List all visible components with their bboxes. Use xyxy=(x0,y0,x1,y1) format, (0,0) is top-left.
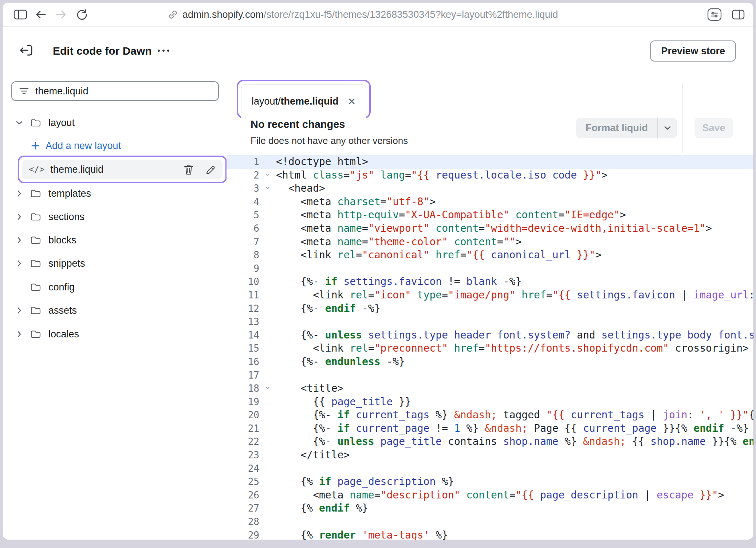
chevron-right-icon[interactable] xyxy=(16,191,30,196)
code-line[interactable]: 6 <meta name="viewport" content="width=d… xyxy=(227,222,753,235)
save-button[interactable]: Save xyxy=(694,118,733,138)
code-line[interactable]: 19 {{ page_title }} xyxy=(227,395,753,409)
exit-icon[interactable] xyxy=(18,42,35,60)
code-text: <html class="js" lang="{{ request.locale… xyxy=(275,169,753,182)
file-sidebar: layout Add a new layout </> theme.liquid… xyxy=(3,75,226,540)
code-line[interactable]: 12 {%- endif -%} xyxy=(227,302,753,316)
code-line[interactable]: 21 {%- if current_page != 1 %} &ndash; P… xyxy=(227,422,753,435)
code-line[interactable]: 18› <title> xyxy=(227,382,753,395)
chevron-right-icon[interactable] xyxy=(16,332,30,337)
code-line[interactable]: 15 <link rel="preconnect" href="https://… xyxy=(227,342,753,355)
editor-panel: layout/theme.liquid ✕ No recent changes … xyxy=(227,75,753,540)
sidebar-item-templates[interactable]: templates xyxy=(3,183,226,204)
fold-spacer xyxy=(261,155,275,169)
code-text: {%- if settings.favicon != blank -%} xyxy=(275,275,753,289)
sidebar-item-theme-liquid[interactable]: </> theme.liquid xyxy=(22,160,223,179)
code-line[interactable]: 16 {%- endunless -%} xyxy=(227,355,753,369)
folder-label: templates xyxy=(48,188,91,199)
close-tab-icon[interactable]: ✕ xyxy=(347,96,356,107)
code-line[interactable]: 13 xyxy=(227,315,753,329)
line-number: 19 xyxy=(227,395,261,409)
code-line[interactable]: 5 <meta http-equiv="X-UA-Compatible" con… xyxy=(227,208,753,222)
folder-icon xyxy=(30,189,41,198)
code-line[interactable]: 2›<html class="js" lang="{{ request.loca… xyxy=(227,169,753,182)
code-line[interactable]: 11 <link rel="icon" type="image/png" hre… xyxy=(227,289,753,302)
sidebar-item-config[interactable]: config xyxy=(3,277,226,297)
tab-theme-liquid[interactable]: layout/theme.liquid ✕ xyxy=(241,84,366,118)
link-icon xyxy=(167,9,179,20)
code-line[interactable]: 4 <meta charset="utf-8"> xyxy=(227,195,753,209)
line-number: 14 xyxy=(227,329,261,342)
chevron-down-icon xyxy=(664,125,672,130)
chevron-right-icon[interactable] xyxy=(16,308,30,313)
code-text: </title> xyxy=(275,449,753,462)
url-host: admin.shopify.com xyxy=(182,9,264,20)
forward-icon[interactable] xyxy=(55,9,67,20)
preview-store-button[interactable]: Preview store xyxy=(650,40,736,62)
code-line[interactable]: 24 xyxy=(227,462,753,475)
code-line[interactable]: 28 xyxy=(227,515,753,529)
code-line[interactable]: 17 xyxy=(227,369,753,382)
url-bar[interactable]: admin.shopify.com/store/rzq1xu-f5/themes… xyxy=(182,9,558,20)
fold-spacer xyxy=(261,515,275,529)
file-search-box[interactable] xyxy=(11,81,219,101)
code-text: {{ page_title }} xyxy=(275,395,753,409)
split-view-icon[interactable] xyxy=(732,9,745,20)
sidebar-item-sections[interactable]: sections xyxy=(3,207,226,227)
fold-spacer xyxy=(261,529,275,540)
file-search-input[interactable] xyxy=(35,86,212,97)
code-line[interactable]: 14 {%- unless settings.type_header_font.… xyxy=(227,329,753,342)
fold-spacer xyxy=(261,435,275,449)
fold-spacer xyxy=(261,342,275,355)
fold-chevron-icon[interactable]: › xyxy=(261,182,275,195)
format-liquid-button[interactable]: Format liquid xyxy=(576,118,657,138)
code-line[interactable]: 7 <meta name="theme-color" content=""> xyxy=(227,235,753,249)
browser-extension-icon[interactable] xyxy=(707,8,722,21)
more-actions-icon[interactable] xyxy=(157,48,170,54)
code-line[interactable]: 3› <head> xyxy=(227,182,753,195)
back-icon[interactable] xyxy=(35,9,47,20)
folder-icon xyxy=(30,329,41,339)
folder-label: blocks xyxy=(48,235,76,246)
sidebar-item-blocks[interactable]: blocks xyxy=(3,230,226,250)
reload-icon[interactable] xyxy=(75,8,88,21)
rename-file-icon[interactable] xyxy=(205,164,216,175)
code-line[interactable]: 20 {%- if current_tags %} &ndash; tagged… xyxy=(227,408,753,422)
code-line[interactable]: 22 {%- unless page_title contains shop.n… xyxy=(227,435,753,449)
code-line[interactable]: 9 xyxy=(227,262,753,275)
fold-spacer xyxy=(261,315,275,329)
sidebar-item-snippets[interactable]: snippets xyxy=(3,253,226,274)
code-line[interactable]: 26 <meta name="description" content="{{ … xyxy=(227,489,753,502)
line-number: 2 xyxy=(227,169,261,182)
fold-spacer xyxy=(261,248,275,262)
chevron-right-icon[interactable] xyxy=(16,261,30,266)
fold-spacer xyxy=(261,462,275,475)
chevron-right-icon[interactable] xyxy=(16,238,30,243)
chevron-down-icon[interactable] xyxy=(16,120,30,125)
chevron-right-icon[interactable] xyxy=(16,214,30,219)
line-number: 11 xyxy=(227,289,261,302)
code-editor[interactable]: 1<!doctype html>2›<html class="js" lang=… xyxy=(227,153,753,540)
add-layout-button[interactable]: Add a new layout xyxy=(3,136,226,156)
sidebar-item-layout[interactable]: layout xyxy=(3,113,226,133)
fold-chevron-icon[interactable]: › xyxy=(261,382,275,395)
browser-window: admin.shopify.com/store/rzq1xu-f5/themes… xyxy=(2,2,754,540)
line-number: 13 xyxy=(227,315,261,329)
delete-file-icon[interactable] xyxy=(183,164,194,175)
code-text: {%- unless settings.type_header_font.sys… xyxy=(275,329,753,342)
line-number: 21 xyxy=(227,422,261,435)
code-line[interactable]: 29 {% render 'meta-tags' %} xyxy=(227,529,753,540)
format-dropdown-button[interactable] xyxy=(657,118,677,138)
sidebar-item-assets[interactable]: assets xyxy=(3,300,226,321)
fold-spacer xyxy=(261,275,275,289)
code-line[interactable]: 10 {%- if settings.favicon != blank -%} xyxy=(227,275,753,289)
sidebar-toggle-icon[interactable] xyxy=(13,9,27,20)
fold-chevron-icon[interactable]: › xyxy=(261,169,275,182)
code-line[interactable]: 23 </title> xyxy=(227,449,753,462)
code-line[interactable]: 27 {% endif %} xyxy=(227,502,753,515)
code-line[interactable]: 25 {% if page_description %} xyxy=(227,475,753,489)
toolbar-divider xyxy=(682,83,683,153)
sidebar-item-locales[interactable]: locales xyxy=(3,324,226,344)
code-line[interactable]: 1<!doctype html> xyxy=(227,155,753,169)
code-line[interactable]: 8 <link rel="canonical" href="{{ canonic… xyxy=(227,248,753,262)
